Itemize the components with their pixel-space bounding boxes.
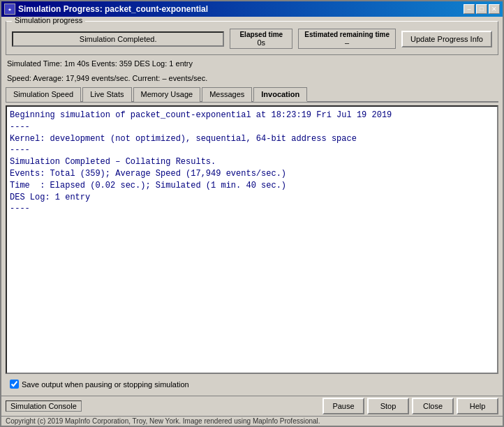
tab-live-stats[interactable]: Live Stats — [82, 87, 131, 102]
status-panel: Simulation Console Pause Stop Close Help — [1, 396, 503, 416]
log-area[interactable]: Beginning simulation of packet_count-exp… — [6, 105, 498, 374]
log-line: DES Log: 1 entry — [10, 192, 494, 204]
status-label: Simulation Console — [6, 400, 82, 412]
title-bar-buttons: – □ ✕ — [464, 4, 500, 14]
log-line: Kernel: development (not optimized), seq… — [10, 133, 494, 145]
title-bar: ★ Simulation Progress: packet_count-expo… — [1, 1, 503, 17]
main-window: ★ Simulation Progress: packet_count-expo… — [0, 0, 504, 427]
minimize-button[interactable]: – — [464, 4, 475, 14]
maximize-button[interactable]: □ — [476, 4, 487, 14]
close-dialog-button[interactable]: Close — [412, 398, 454, 414]
info-line-2: Speed: Average: 17,949 events/sec. Curre… — [6, 73, 498, 84]
window-title: Simulation Progress: packet_count-expone… — [18, 4, 461, 14]
bottom-bar: Save output when pausing or stopping sim… — [6, 377, 498, 391]
save-output-text: Save output when pausing or stopping sim… — [22, 380, 189, 389]
copyright-text: Copyright (c) 2019 MapInfo Corporation, … — [6, 417, 320, 425]
log-line: Events: Total (359); Average Speed (17,9… — [10, 168, 494, 180]
progress-bar: Simulation Completed. — [13, 33, 223, 45]
progress-bar-container: Simulation Completed. — [12, 31, 224, 47]
info-line-1: Simulated Time: 1m 40s Events: 359 DES L… — [6, 58, 498, 70]
tab-messages[interactable]: Messages — [202, 87, 252, 102]
simulated-time-info: Simulated Time: 1m 40s Events: 359 DES L… — [7, 59, 193, 68]
save-output-label[interactable]: Save output when pausing or stopping sim… — [10, 380, 189, 389]
action-buttons: Pause Stop Close Help — [323, 398, 498, 414]
speed-info: Speed: Average: 17,949 events/sec. Curre… — [7, 74, 207, 82]
progress-row: Simulation Completed. Elapsed time 0s Es… — [12, 29, 492, 49]
window-body: Simulation progress Simulation Completed… — [1, 17, 503, 396]
log-line: Simulation Completed – Collating Results… — [10, 156, 494, 168]
elapsed-time-value: 0s — [257, 38, 265, 47]
tabs-container: Simulation SpeedLive StatsMemory UsageMe… — [6, 87, 498, 103]
log-line: ---- — [10, 144, 494, 156]
elapsed-time-box: Elapsed time 0s — [230, 29, 292, 49]
log-line: ---- — [10, 121, 494, 133]
app-icon: ★ — [4, 3, 15, 15]
close-button[interactable]: ✕ — [489, 4, 500, 14]
log-line: Beginning simulation of packet_count-exp… — [10, 110, 494, 121]
save-output-checkbox[interactable] — [10, 380, 19, 389]
simulation-group-label: Simulation progress — [12, 17, 85, 24]
tab-invocation[interactable]: Invocation — [253, 87, 307, 102]
log-line: ---- — [10, 203, 494, 215]
help-button[interactable]: Help — [457, 398, 498, 414]
stop-button[interactable]: Stop — [367, 398, 409, 414]
update-progress-button[interactable]: Update Progress Info — [401, 31, 492, 47]
remaining-time-box: Estimated remaining time – — [298, 29, 396, 49]
copyright-bar: Copyright (c) 2019 MapInfo Corporation, … — [1, 416, 503, 426]
remaining-time-label: Estimated remaining time — [304, 31, 390, 38]
simulation-group: Simulation progress Simulation Completed… — [6, 21, 498, 55]
tab-memory-usage[interactable]: Memory Usage — [133, 87, 201, 102]
log-line: Time : Elapsed (0.02 sec.); Simulated (1… — [10, 180, 494, 192]
elapsed-time-label: Elapsed time — [239, 31, 283, 38]
remaining-time-value: – — [345, 38, 349, 47]
tab-simulation-speed[interactable]: Simulation Speed — [6, 87, 81, 102]
progress-status: Simulation Completed. — [80, 35, 157, 43]
pause-button[interactable]: Pause — [323, 398, 364, 414]
